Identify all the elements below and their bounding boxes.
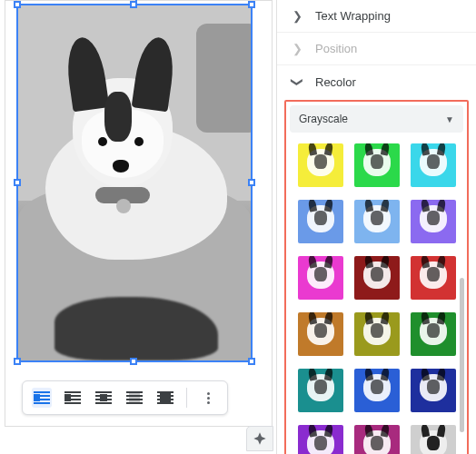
swatch-thumb (354, 369, 400, 412)
wrap-option-break[interactable] (94, 388, 114, 408)
wrap-option-front[interactable] (155, 388, 175, 408)
explore-button[interactable] (246, 426, 273, 451)
divider (186, 388, 187, 408)
swatch-thumb (354, 312, 400, 356)
text-wrap-icon (157, 391, 174, 404)
chevron-right-icon: ❯ (292, 42, 302, 55)
recolor-swatch-grid (290, 142, 463, 454)
swatch-thumb (354, 256, 400, 300)
more-options-button[interactable] (198, 388, 218, 408)
recolor-swatch[interactable] (354, 200, 400, 243)
section-label: Position (315, 42, 357, 55)
swatch-thumb (298, 143, 343, 187)
wrap-option-behind[interactable] (124, 388, 144, 408)
section-position: ❯ Position (277, 33, 476, 65)
chevron-down-icon: ❯ (291, 76, 304, 87)
recolor-selected-label: Grayscale (299, 113, 348, 125)
recolor-swatch[interactable] (354, 425, 400, 454)
wrap-option-inline[interactable] (32, 388, 52, 408)
plus-diamond-icon (253, 431, 267, 446)
recolor-swatch[interactable] (411, 143, 456, 187)
recolor-swatch[interactable] (354, 369, 400, 412)
recolor-body: Grayscale ▼ (277, 98, 476, 454)
document-canvas[interactable] (0, 0, 277, 454)
recolor-swatch[interactable] (411, 369, 456, 412)
swatch-thumb (354, 200, 400, 243)
recolor-swatch[interactable] (411, 256, 456, 300)
swatch-thumb (411, 425, 456, 454)
image-content (18, 5, 251, 360)
text-wrap-icon (64, 391, 81, 404)
resize-handle-t[interactable] (130, 1, 137, 8)
swatch-thumb (411, 256, 456, 300)
resize-handle-tr[interactable] (248, 1, 255, 8)
swatch-thumb (298, 256, 343, 300)
recolor-swatch[interactable] (298, 369, 343, 412)
swatch-thumb (411, 143, 456, 187)
more-vertical-icon (207, 392, 210, 404)
text-wrap-icon (95, 391, 112, 404)
chevron-right-icon: ❯ (292, 9, 302, 23)
recolor-swatch[interactable] (354, 312, 400, 356)
section-text-wrapping[interactable]: ❯ Text Wrapping (277, 0, 476, 33)
resize-handle-br[interactable] (248, 358, 255, 365)
recolor-swatch[interactable] (411, 200, 456, 243)
text-wrap-icon (34, 391, 50, 404)
swatch-thumb (298, 425, 343, 454)
recolor-swatch[interactable] (298, 143, 343, 187)
resize-handle-l[interactable] (14, 179, 21, 186)
swatch-thumb (411, 200, 456, 243)
section-label: Recolor (315, 75, 356, 89)
resize-handle-tl[interactable] (14, 1, 21, 8)
swatch-thumb (354, 425, 400, 454)
resize-handle-b[interactable] (130, 358, 137, 365)
scrollbar-thumb[interactable] (460, 278, 464, 432)
recolor-swatch[interactable] (411, 425, 456, 454)
swatch-thumb (411, 312, 456, 356)
wrap-option-wrap[interactable] (63, 388, 83, 408)
section-label: Text Wrapping (315, 9, 391, 23)
resize-handle-r[interactable] (248, 179, 255, 186)
format-options-panel: ❯ Text Wrapping ❯ Position ❯ Recolor Gra… (277, 0, 476, 454)
caret-down-icon: ▼ (445, 114, 454, 124)
text-wrap-toolbar (22, 380, 228, 415)
swatch-thumb (298, 369, 343, 412)
recolor-swatch[interactable] (298, 312, 343, 356)
recolor-highlight: Grayscale ▼ (284, 100, 469, 454)
recolor-swatch[interactable] (298, 200, 343, 243)
recolor-swatch[interactable] (298, 425, 343, 454)
recolor-swatch[interactable] (411, 312, 456, 356)
recolor-swatch[interactable] (354, 256, 400, 300)
recolor-dropdown[interactable]: Grayscale ▼ (290, 105, 463, 133)
resize-handle-bl[interactable] (14, 358, 21, 365)
recolor-swatch[interactable] (298, 256, 343, 300)
swatch-thumb (354, 143, 400, 187)
swatch-thumb (298, 200, 343, 243)
page (5, 0, 273, 427)
text-wrap-icon (126, 391, 143, 404)
swatch-thumb (411, 369, 456, 412)
swatch-thumb (298, 312, 343, 356)
section-recolor[interactable]: ❯ Recolor (277, 65, 476, 98)
recolor-swatch[interactable] (354, 143, 400, 187)
selected-image[interactable] (16, 4, 253, 362)
